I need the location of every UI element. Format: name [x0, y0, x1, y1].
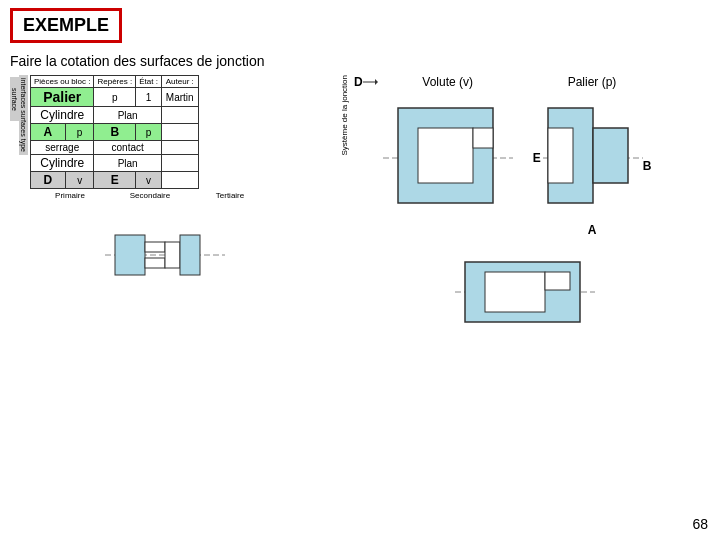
- main-content: interfaces surfaces type surface Pièces …: [10, 75, 710, 337]
- cell-empty4: [161, 155, 198, 172]
- svg-rect-11: [473, 128, 493, 148]
- cell-contact: contact: [94, 141, 161, 155]
- bottom-left-diagram: [105, 210, 225, 300]
- volute-diagram: Volute (v): [383, 75, 513, 223]
- de-row: D v E v: [31, 172, 199, 189]
- label-b: B: [643, 159, 652, 173]
- table-container: Pièces ou bloc : Repères : État : Auteur…: [30, 75, 270, 200]
- cell-martin: Martin: [161, 88, 198, 107]
- footer-labels: Primaire Secondaire Tertiaire: [30, 191, 270, 200]
- bottom-right-diagram: [455, 247, 595, 337]
- label-a: A: [588, 223, 597, 237]
- col-header-row: Pièces ou bloc : Repères : État : Auteur…: [31, 76, 199, 88]
- bottom-right-container: [340, 247, 710, 337]
- cylindre-row: Cylindre Plan: [31, 107, 199, 124]
- cell-cylindre: Cylindre: [31, 107, 94, 124]
- cell-e: E: [94, 172, 136, 189]
- svg-rect-3: [145, 258, 165, 268]
- label-d: D: [354, 75, 363, 89]
- svg-rect-1: [115, 235, 145, 275]
- cell-cylindre2: Cylindre: [31, 155, 94, 172]
- cell-palier: Palier: [31, 88, 94, 107]
- th-pieces: Pièces ou bloc :: [31, 76, 94, 88]
- cell-d: D: [31, 172, 66, 189]
- cylindre2-row: Cylindre Plan: [31, 155, 199, 172]
- cell-1: 1: [136, 88, 162, 107]
- top-diagrams: Système de la jonction D Volute (v): [340, 75, 710, 237]
- table-section: interfaces surfaces type surface Pièces …: [10, 75, 320, 337]
- a-label-container: A: [588, 223, 597, 237]
- cell-empty1: [161, 107, 198, 124]
- footer-primaire: Primaire: [30, 191, 110, 200]
- system-label: Système de la jonction: [340, 75, 349, 156]
- th-reperes: Repères :: [94, 76, 136, 88]
- table-wrapper: interfaces surfaces type surface Pièces …: [10, 75, 320, 200]
- serrage-row: serrage contact: [31, 141, 199, 155]
- svg-rect-5: [180, 235, 200, 275]
- volute-svg: [383, 93, 513, 223]
- svg-rect-10: [418, 128, 473, 183]
- th-etat: État :: [136, 76, 162, 88]
- cell-p1: p: [94, 88, 136, 107]
- cell-dv: v: [65, 172, 94, 189]
- svg-rect-2: [145, 242, 165, 252]
- page-number: 68: [692, 516, 708, 532]
- cell-b: B: [94, 124, 136, 141]
- svg-rect-4: [165, 242, 180, 268]
- cell-a: A: [31, 124, 66, 141]
- svg-rect-14: [548, 128, 573, 183]
- palier-row: Palier p 1 Martin: [31, 88, 199, 107]
- b-label-container: B: [643, 144, 652, 173]
- cell-empty2: [161, 124, 198, 141]
- label-surface: surface: [10, 77, 19, 121]
- svg-rect-15: [593, 128, 628, 183]
- data-table: Pièces ou bloc : Repères : État : Auteur…: [30, 75, 199, 189]
- d-label-container: D: [354, 75, 378, 89]
- volute-title: Volute (v): [422, 75, 473, 89]
- svg-rect-19: [545, 272, 570, 290]
- d-arrow: [363, 77, 378, 87]
- bottom-diagrams: [10, 210, 320, 300]
- cell-ev: v: [136, 172, 162, 189]
- row-labels: interfaces surfaces type surface: [10, 75, 28, 200]
- cell-plan1: Plan: [94, 107, 161, 124]
- ab-row: A p B p: [31, 124, 199, 141]
- svg-rect-18: [485, 272, 545, 312]
- label-e: E: [533, 151, 541, 165]
- page-title: EXEMPLE: [10, 8, 122, 43]
- th-auteur: Auteur :: [161, 76, 198, 88]
- label-interfaces: interfaces surfaces type: [19, 75, 28, 155]
- cell-bp: p: [136, 124, 162, 141]
- palier-svg-container: E B: [533, 93, 652, 223]
- palier-svg: [543, 93, 643, 223]
- page-subtitle: Faire la cotation des surfaces de joncti…: [10, 53, 710, 69]
- cell-empty3: [161, 141, 198, 155]
- cell-serrage: serrage: [31, 141, 94, 155]
- right-section: Système de la jonction D Volute (v): [320, 75, 710, 337]
- cell-ap: p: [65, 124, 94, 141]
- palier-title: Palier (p): [568, 75, 617, 89]
- footer-secondaire: Secondaire: [110, 191, 190, 200]
- svg-marker-7: [375, 79, 378, 85]
- palier-diagram: Palier (p) E: [533, 75, 652, 237]
- footer-tertiaire: Tertiaire: [190, 191, 270, 200]
- cell-plan2: Plan: [94, 155, 161, 172]
- cell-empty5: [161, 172, 198, 189]
